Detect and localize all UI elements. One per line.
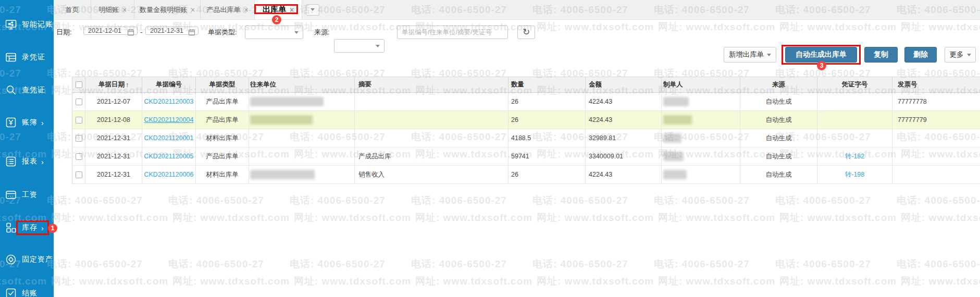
cell-date: 2021-12-07 xyxy=(85,93,142,110)
cell-amount: 32989.81 xyxy=(586,129,662,147)
more-button[interactable]: 更多 xyxy=(945,47,976,63)
voucher-form-icon xyxy=(5,51,17,64)
cell-doc_type: 产品出库单 xyxy=(196,147,249,165)
cell-qty: 59741 xyxy=(508,147,586,165)
column-header-label: 凭证字号 xyxy=(842,80,868,89)
column-header-voucher_no[interactable]: 凭证字号 xyxy=(817,77,892,92)
filter-bar: 日期: - 单据类型: 来源: ↻ xyxy=(54,20,980,45)
close-tab-icon[interactable]: × xyxy=(244,6,248,14)
row-checkbox[interactable] xyxy=(76,117,82,123)
date-from-input[interactable] xyxy=(83,27,138,35)
doc-no-link[interactable]: CKD2021120001 xyxy=(144,134,194,142)
row-checkbox[interactable] xyxy=(76,98,82,105)
cell-creator xyxy=(662,166,740,183)
column-header-label: 制单人 xyxy=(663,80,683,89)
sidebar-item-reports[interactable]: 报表› xyxy=(0,152,54,171)
close-tab-icon[interactable]: × xyxy=(122,6,127,14)
copy-label: 复制 xyxy=(874,50,888,59)
cell-date: 2021-12-31 xyxy=(85,129,142,147)
source-select[interactable] xyxy=(334,39,384,53)
chevron-down-icon xyxy=(294,31,299,34)
column-header-summary[interactable]: 摘要 xyxy=(355,77,508,92)
column-header-source[interactable]: 来源 xyxy=(740,77,817,92)
tab-home[interactable]: 首页 xyxy=(54,0,91,19)
redacted-creator-blur xyxy=(663,97,689,106)
cell-summary: 产成品出库 xyxy=(355,147,508,165)
column-header-doc_type[interactable]: 单据类型 xyxy=(196,77,249,92)
tab-detail-ledger[interactable]: 明细账× xyxy=(91,0,134,19)
voucher-no-link[interactable]: 转-182 xyxy=(845,152,865,161)
sidebar-item-ledger[interactable]: 账簿› xyxy=(0,113,54,132)
row-checkbox[interactable] xyxy=(76,135,82,142)
column-header-label: 单据类型 xyxy=(209,80,235,89)
voucher-no-link[interactable]: 转-198 xyxy=(845,170,865,179)
tab-label: 出库单 xyxy=(263,5,286,15)
tab-label: 产品出库单 xyxy=(206,5,240,15)
tab-list-dropdown-button[interactable] xyxy=(306,4,319,16)
cell-amount: 3340009.01 xyxy=(586,147,662,165)
refresh-button[interactable]: ↻ xyxy=(517,26,535,39)
sidebar-item-inventory[interactable]: 库存› xyxy=(0,218,54,237)
doc-no-link[interactable]: CKD2021120004 xyxy=(144,116,194,123)
inventory-blocks-icon xyxy=(5,221,17,234)
table-header-row: 单据日期↑单据编号单据类型往来单位摘要数量金额制单人来源凭证字号发票号 xyxy=(72,77,980,93)
sidebar-item-label: 账簿 xyxy=(22,118,38,127)
cell-voucher_no xyxy=(817,93,892,110)
date-to-input[interactable] xyxy=(145,27,199,35)
column-header-doc_no[interactable]: 单据编号 xyxy=(142,77,196,92)
redacted-partner-blur xyxy=(250,115,313,125)
column-header-invoice_no[interactable]: 发票号 xyxy=(892,77,980,92)
cell-doc_no: CKD2021120001 xyxy=(142,129,196,147)
table-row[interactable]: 2021-12-31CKD2021120006材料出库单销售收入264224.4… xyxy=(72,166,980,184)
cell-voucher_no: 转-182 xyxy=(817,147,892,165)
table-row[interactable]: 2021-12-31CKD2021120001材料出库单4188.532989.… xyxy=(72,129,980,147)
column-header-qty[interactable]: 数量 xyxy=(508,77,586,92)
add-outbound-button[interactable]: 新增出库单 xyxy=(724,47,776,63)
column-header-creator[interactable]: 制单人 xyxy=(662,77,740,92)
chevron-down-icon xyxy=(311,8,315,11)
yuan-book-icon xyxy=(5,116,17,129)
column-header-date[interactable]: 单据日期↑ xyxy=(85,77,142,92)
column-header-amount[interactable]: 金额 xyxy=(586,77,662,92)
sidebar: 智能记账录凭证查凭证账簿›报表›工资库存›固定资产结账 1 xyxy=(0,0,54,297)
tab-product-outbound[interactable]: 产品出库单× xyxy=(201,0,255,19)
table-row[interactable]: 2021-12-07CKD2021120003产品出库单264224.43自动生… xyxy=(72,93,980,111)
doc-type-select[interactable] xyxy=(245,26,303,39)
sidebar-item-voucher-search[interactable]: 查凭证 xyxy=(0,81,54,100)
sidebar-item-salary[interactable]: 工资 xyxy=(0,185,54,204)
cell-voucher_no xyxy=(817,111,892,129)
row-checkbox[interactable] xyxy=(76,171,82,178)
cell-doc_type: 产品出库单 xyxy=(196,93,249,110)
tab-outbound[interactable]: 出库单×2 xyxy=(255,0,302,19)
table-row[interactable]: 2021-12-31CKD2021120005产品出库单产成品出库5974133… xyxy=(72,147,980,166)
doc-no-link[interactable]: CKD2021120006 xyxy=(144,171,194,178)
cell-partner xyxy=(249,93,355,110)
row-checkbox[interactable] xyxy=(76,153,82,160)
sidebar-item-smart-accounting[interactable]: 智能记账 xyxy=(0,15,54,34)
cell-doc_no: CKD2021120006 xyxy=(142,166,196,183)
auto-generate-outbound-button[interactable]: 自动生成出库单 xyxy=(785,47,857,63)
close-tab-icon[interactable]: × xyxy=(290,6,294,14)
select-all-checkbox[interactable] xyxy=(76,81,82,88)
doc-no-link[interactable]: CKD2021120003 xyxy=(144,98,194,105)
search-input[interactable] xyxy=(397,26,508,39)
check-square-icon xyxy=(5,287,17,297)
table-row[interactable]: 2021-12-08CKD2021120004产品出库单264224.43自动生… xyxy=(72,111,980,129)
refresh-icon: ↻ xyxy=(523,27,530,37)
column-header-partner[interactable]: 往来单位 xyxy=(249,77,355,92)
doc-no-link[interactable]: CKD2021120005 xyxy=(144,153,194,160)
delete-button[interactable]: 删除 xyxy=(904,47,937,63)
cell-source: 自动生成 xyxy=(740,93,817,110)
cell-invoice_no xyxy=(892,147,980,165)
close-tab-icon[interactable]: × xyxy=(191,6,195,14)
cell-creator xyxy=(662,129,740,147)
cell-amount: 4224.43 xyxy=(586,93,662,110)
tab-qty-amount-detail[interactable]: 数量金额明细账× xyxy=(134,0,201,19)
redacted-partner-blur xyxy=(250,97,324,106)
copy-button[interactable]: 复制 xyxy=(864,47,898,63)
chevron-right-icon: › xyxy=(41,224,44,232)
sort-ascending-icon: ↑ xyxy=(126,81,129,89)
sidebar-item-fixed-assets[interactable]: 固定资产 xyxy=(0,250,54,269)
sidebar-item-voucher-entry[interactable]: 录凭证 xyxy=(0,48,54,67)
sidebar-item-closing[interactable]: 结账 xyxy=(0,284,54,297)
